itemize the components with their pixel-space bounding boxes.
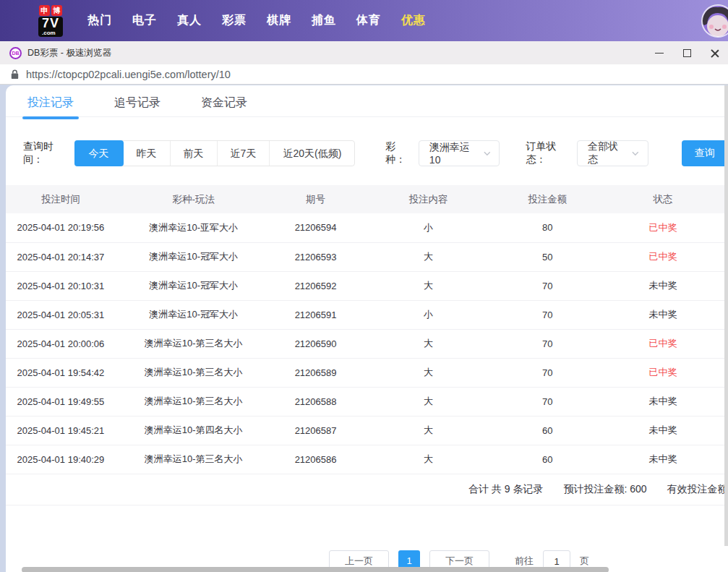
cell-issue-number: 21206590 bbox=[272, 329, 360, 358]
minimize-button[interactable] bbox=[646, 41, 673, 64]
cell-bet-content: 大 bbox=[360, 445, 497, 474]
window-title: DB彩票 - 极速浏览器 bbox=[27, 47, 111, 59]
vertical-scrollbar[interactable] bbox=[724, 85, 728, 546]
cell-bet-time: 2025-04-01 20:10:31 bbox=[6, 271, 116, 300]
cell-bet-content: 大 bbox=[360, 271, 497, 300]
order-status-select[interactable]: 全部状态 bbox=[577, 140, 648, 166]
nav-item[interactable]: 体育 bbox=[356, 13, 381, 28]
url-text[interactable]: https://ctopcp02pcali.uengi5e.com/lotter… bbox=[26, 69, 231, 80]
cell-game-play: 澳洲幸运10-第三名大小 bbox=[116, 358, 272, 387]
cell-status: 未中奖 bbox=[598, 271, 728, 300]
table-row: 2025-04-01 20:19:56 澳洲幸运10-亚军大小 21206594… bbox=[6, 213, 728, 242]
table-row: 2025-04-01 19:49:55 澳洲幸运10-第三名大小 2120658… bbox=[6, 387, 728, 416]
cell-bet-time: 2025-04-01 19:40:29 bbox=[6, 445, 116, 474]
cell-bet-content: 大 bbox=[360, 387, 497, 416]
table-row: 2025-04-01 19:45:21 澳洲幸运10-第四名大小 2120658… bbox=[6, 416, 728, 445]
logo-square-1: 申 bbox=[39, 5, 50, 16]
browser-favicon: DB bbox=[9, 47, 22, 59]
cell-issue-number: 21206589 bbox=[272, 358, 360, 387]
cell-bet-amount: 70 bbox=[497, 300, 598, 329]
page-word-label: 页 bbox=[580, 555, 589, 568]
cell-bet-amount: 80 bbox=[497, 213, 598, 242]
cell-issue-number: 21206592 bbox=[272, 271, 360, 300]
nav-item[interactable]: 捕鱼 bbox=[312, 13, 336, 28]
logo-box: 7V .com bbox=[38, 17, 63, 37]
cell-game-play: 澳洲幸运10-亚军大小 bbox=[116, 213, 272, 242]
nav-item[interactable]: 电子 bbox=[132, 13, 157, 28]
cell-bet-time: 2025-04-01 19:45:21 bbox=[6, 416, 116, 445]
site-logo[interactable]: 申 博 7V .com bbox=[30, 5, 71, 37]
cell-status: 已中奖 bbox=[598, 242, 728, 271]
column-header: 投注内容 bbox=[360, 185, 497, 213]
minimize-icon bbox=[655, 53, 664, 54]
order-status-label: 订单状态： bbox=[526, 140, 571, 166]
time-range-option[interactable]: 今天 bbox=[74, 140, 124, 166]
nav-item[interactable]: 热门 bbox=[87, 13, 112, 28]
table-header-row: 投注时间 彩种-玩法 期号 投注内容 投注金额 状态 bbox=[6, 185, 728, 213]
table-row: 2025-04-01 20:00:06 澳洲幸运10-第三名大小 2120659… bbox=[6, 329, 728, 358]
search-button[interactable]: 查询 bbox=[682, 140, 728, 166]
column-header: 期号 bbox=[272, 185, 360, 213]
summary-values: 合计 共 9 条记录 预计投注金额: 600 有效投注金额 bbox=[468, 483, 728, 496]
tab[interactable]: 资金记录 bbox=[201, 95, 247, 116]
user-avatar[interactable] bbox=[701, 4, 728, 38]
browser-titlebar: DB DB彩票 - 极速浏览器 bbox=[0, 41, 728, 64]
cell-issue-number: 21206586 bbox=[272, 445, 360, 474]
time-filter-label: 查询时间： bbox=[23, 140, 69, 166]
cell-game-play: 澳洲幸运10-冠军大小 bbox=[116, 271, 272, 300]
table-row: 2025-04-01 20:14:37 澳洲幸运10-冠军大小 21206593… bbox=[6, 242, 728, 271]
cell-bet-time: 2025-04-01 20:14:37 bbox=[6, 242, 116, 271]
cell-bet-amount: 70 bbox=[497, 358, 598, 387]
bet-records-table: 投注时间 彩种-玩法 期号 投注内容 投注金额 状态 bbox=[6, 185, 728, 474]
column-header: 状态 bbox=[598, 185, 728, 213]
avatar-illustration bbox=[701, 4, 728, 38]
cell-bet-content: 大 bbox=[360, 358, 497, 387]
cell-issue-number: 21206588 bbox=[272, 387, 360, 416]
cell-game-play: 澳洲幸运10-第四名大小 bbox=[116, 416, 272, 445]
logo-square-2: 博 bbox=[51, 5, 62, 16]
content-card: 投注记录 追号记录 资金记录 查询时间： 今天 昨天 前天 近7天 近20天(低… bbox=[6, 85, 728, 572]
window-controls bbox=[646, 41, 728, 64]
cell-bet-time: 2025-04-01 19:54:42 bbox=[6, 358, 116, 387]
horizontal-scrollbar[interactable] bbox=[22, 567, 609, 572]
cell-bet-amount: 70 bbox=[497, 329, 598, 358]
cell-status: 已中奖 bbox=[598, 329, 728, 358]
time-range-group: 今天 昨天 前天 近7天 近20天(低频) bbox=[74, 140, 356, 166]
cell-game-play: 澳洲幸运10-第三名大小 bbox=[116, 387, 272, 416]
nav-item[interactable]: 彩票 bbox=[222, 13, 247, 28]
maximize-button[interactable] bbox=[673, 41, 701, 64]
order-status-value: 全部状态 bbox=[588, 140, 623, 166]
cell-bet-content: 大 bbox=[360, 416, 497, 445]
cell-game-play: 澳洲幸运10-第三名大小 bbox=[116, 329, 272, 358]
time-range-option[interactable]: 昨天 bbox=[124, 141, 170, 166]
goto-page-label: 前往 bbox=[515, 555, 534, 568]
tab[interactable]: 投注记录 bbox=[27, 95, 74, 116]
cell-status: 已中奖 bbox=[598, 213, 728, 242]
summary-row: 合计 共 9 条记录 预计投注金额: 600 有效投注金额 bbox=[6, 474, 728, 505]
chevron-down-icon bbox=[484, 151, 491, 156]
time-range-option[interactable]: 前天 bbox=[170, 141, 217, 166]
lottery-select[interactable]: 澳洲幸运10 bbox=[419, 140, 500, 166]
column-header: 投注金额 bbox=[497, 185, 598, 213]
column-header: 投注时间 bbox=[6, 185, 116, 213]
table-row: 2025-04-01 20:05:31 澳洲幸运10-冠军大小 21206591… bbox=[6, 300, 728, 329]
nav-item[interactable]: 优惠 bbox=[401, 13, 426, 28]
close-button[interactable] bbox=[701, 41, 728, 64]
logo-brand: 7V bbox=[42, 17, 59, 30]
cell-game-play: 澳洲幸运10-第三名大小 bbox=[116, 445, 272, 474]
summary-valid-amount: 有效投注金额 bbox=[667, 483, 728, 496]
cell-bet-content: 大 bbox=[360, 329, 497, 358]
chevron-down-icon bbox=[632, 151, 639, 156]
cell-bet-time: 2025-04-01 19:49:55 bbox=[6, 387, 116, 416]
time-range-option[interactable]: 近20天(低频) bbox=[269, 141, 354, 166]
cell-bet-amount: 70 bbox=[497, 387, 598, 416]
cell-bet-amount: 70 bbox=[497, 271, 598, 300]
browser-urlbar[interactable]: https://ctopcp02pcali.uengi5e.com/lotter… bbox=[0, 64, 728, 85]
tab[interactable]: 追号记录 bbox=[114, 95, 160, 116]
time-range-option[interactable]: 近7天 bbox=[217, 141, 270, 166]
table-row: 2025-04-01 19:54:42 澳洲幸运10-第三名大小 2120658… bbox=[6, 358, 728, 387]
nav-item[interactable]: 真人 bbox=[177, 13, 202, 28]
cell-game-play: 澳洲幸运10-冠军大小 bbox=[116, 242, 272, 271]
nav-item[interactable]: 棋牌 bbox=[267, 13, 291, 28]
logo-squares: 申 博 bbox=[39, 5, 62, 16]
